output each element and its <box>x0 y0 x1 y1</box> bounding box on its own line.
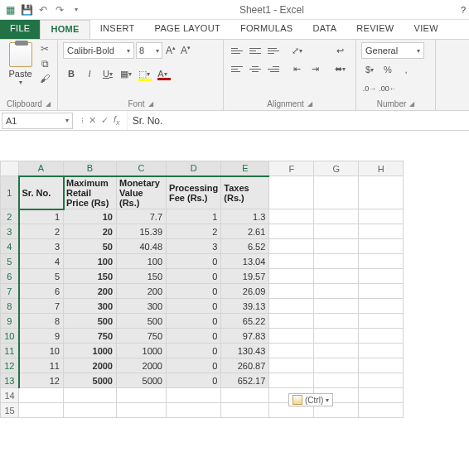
cell[interactable]: 50 <box>64 239 117 254</box>
cell[interactable] <box>359 388 404 403</box>
row-header[interactable]: 13 <box>1 373 19 388</box>
cell[interactable] <box>359 269 404 284</box>
cell[interactable] <box>359 314 404 329</box>
cell[interactable]: 100 <box>117 254 167 269</box>
cell[interactable]: 2.61 <box>221 224 269 239</box>
cell[interactable] <box>269 239 314 254</box>
cell[interactable] <box>359 239 404 254</box>
align-center-button[interactable] <box>247 60 264 77</box>
cell[interactable] <box>269 209 314 224</box>
cell[interactable]: 15.39 <box>117 224 167 239</box>
cell[interactable] <box>269 373 314 388</box>
cell[interactable]: 10 <box>64 209 117 224</box>
comma-format-button[interactable]: , <box>398 61 414 78</box>
qat-customize-icon[interactable]: ▾ <box>70 3 83 17</box>
cell[interactable] <box>314 373 359 388</box>
cell[interactable]: 5 <box>19 269 64 284</box>
cell[interactable]: 8 <box>19 314 64 329</box>
number-format-selector[interactable]: General▾ <box>361 42 424 59</box>
cell[interactable]: 2 <box>167 224 221 239</box>
underline-button[interactable]: U▾ <box>99 65 116 82</box>
cell[interactable]: 0 <box>167 344 221 358</box>
cell[interactable]: 0 <box>167 314 221 329</box>
cell[interactable]: 0 <box>167 358 221 373</box>
cell[interactable] <box>269 269 314 284</box>
column-header[interactable]: A <box>19 161 64 176</box>
cell[interactable] <box>359 254 404 269</box>
cell[interactable]: 260.87 <box>221 358 269 373</box>
column-header[interactable]: H <box>359 161 404 176</box>
cell[interactable]: 100 <box>64 254 117 269</box>
cell[interactable] <box>269 176 314 209</box>
borders-button[interactable]: ▦▾ <box>118 65 134 82</box>
number-launcher-icon[interactable]: ◢ <box>409 100 414 108</box>
percent-format-button[interactable]: % <box>380 61 396 78</box>
bold-button[interactable]: B <box>63 65 80 82</box>
cell[interactable]: 1.3 <box>221 209 269 224</box>
align-left-button[interactable] <box>229 60 245 77</box>
row-header[interactable]: 1 <box>1 176 19 209</box>
cell[interactable] <box>221 403 269 418</box>
cell[interactable] <box>269 358 314 373</box>
column-header[interactable]: F <box>269 161 314 176</box>
row-header[interactable]: 10 <box>1 329 19 344</box>
cell[interactable] <box>314 329 359 344</box>
cell[interactable] <box>359 176 404 209</box>
row-header[interactable]: 11 <box>1 344 19 358</box>
cell[interactable]: 652.17 <box>221 373 269 388</box>
row-header[interactable]: 3 <box>1 224 19 239</box>
cell[interactable] <box>314 314 359 329</box>
cell[interactable]: 0 <box>167 254 221 269</box>
cell[interactable]: 5000 <box>117 373 167 388</box>
cell[interactable]: Sr. No. <box>19 176 64 209</box>
cell[interactable]: 150 <box>64 269 117 284</box>
cell[interactable]: 65.22 <box>221 314 269 329</box>
column-header[interactable]: C <box>117 161 167 176</box>
cell[interactable]: 2000 <box>64 358 117 373</box>
cell[interactable] <box>359 403 404 418</box>
column-header[interactable]: E <box>221 161 269 176</box>
cell[interactable]: 5000 <box>64 373 117 388</box>
cell[interactable]: 500 <box>64 314 117 329</box>
row-header[interactable]: 5 <box>1 254 19 269</box>
clipboard-launcher-icon[interactable]: ◢ <box>46 100 51 108</box>
enter-icon[interactable]: ✓ <box>101 115 109 126</box>
cell[interactable]: 97.83 <box>221 329 269 344</box>
cell[interactable]: Processing Fee (Rs.) <box>167 176 221 209</box>
select-all-corner[interactable] <box>1 161 19 176</box>
font-launcher-icon[interactable]: ◢ <box>148 100 153 108</box>
tab-view[interactable]: VIEW <box>404 20 448 39</box>
cell[interactable]: 12 <box>19 373 64 388</box>
decrease-font-icon[interactable]: A▾ <box>179 45 192 56</box>
increase-decimal-button[interactable]: .0→ <box>361 80 378 97</box>
tab-insert[interactable]: INSERT <box>90 20 145 39</box>
cell[interactable]: 1 <box>167 209 221 224</box>
cell[interactable] <box>167 388 221 403</box>
italic-button[interactable]: I <box>81 65 98 82</box>
cell[interactable] <box>359 299 404 314</box>
cell[interactable] <box>167 403 221 418</box>
fx-icon[interactable]: fx <box>114 114 120 127</box>
help-icon[interactable]: ? <box>461 5 466 15</box>
cell[interactable]: Monetary Value (Rs.) <box>117 176 167 209</box>
cell[interactable] <box>359 209 404 224</box>
cell[interactable]: 40.48 <box>117 239 167 254</box>
align-middle-button[interactable] <box>247 42 264 59</box>
cell[interactable]: 0 <box>167 269 221 284</box>
increase-indent-button[interactable]: ⇥ <box>307 60 323 77</box>
cell[interactable]: 0 <box>167 329 221 344</box>
cell[interactable] <box>359 284 404 299</box>
cell[interactable]: 2000 <box>117 358 167 373</box>
cell[interactable] <box>359 329 404 344</box>
formula-bar[interactable]: Sr. No. <box>127 111 469 130</box>
copy-icon[interactable]: ⧉ <box>37 57 52 70</box>
row-header[interactable]: 2 <box>1 209 19 224</box>
cell[interactable]: 300 <box>64 299 117 314</box>
cell[interactable]: 750 <box>117 329 167 344</box>
cell[interactable]: 9 <box>19 329 64 344</box>
cell[interactable]: 3 <box>19 239 64 254</box>
cell[interactable]: 13.04 <box>221 254 269 269</box>
cell[interactable] <box>269 344 314 358</box>
row-header[interactable]: 14 <box>1 388 19 403</box>
cell[interactable] <box>314 239 359 254</box>
